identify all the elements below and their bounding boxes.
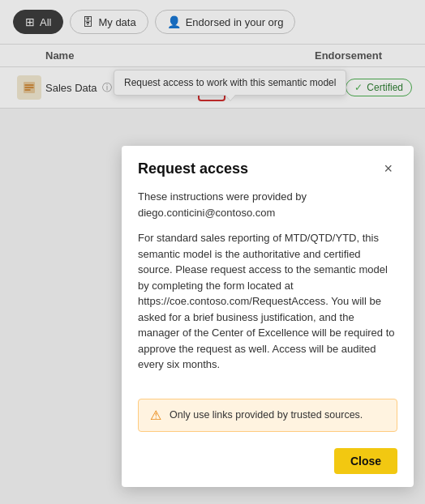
modal-body-text: For standard sales reporting of MTD/QTD/… — [138, 230, 397, 373]
modal-header: Request access × — [122, 146, 414, 186]
warning-icon: ⚠ — [150, 408, 161, 423]
modal-body: These instructions were provided by dieg… — [122, 186, 414, 392]
modal-title: Request access — [138, 160, 248, 177]
warning-box: ⚠ Only use links provided by trusted sou… — [138, 399, 397, 432]
request-access-modal: Request access × These instructions were… — [122, 146, 414, 487]
close-button[interactable]: Close — [334, 448, 397, 474]
modal-instructions: These instructions were provided by dieg… — [138, 189, 397, 220]
warning-text: Only use links provided by trusted sourc… — [170, 409, 363, 421]
modal-footer: Close — [122, 442, 414, 487]
modal-close-button[interactable]: × — [379, 159, 397, 179]
